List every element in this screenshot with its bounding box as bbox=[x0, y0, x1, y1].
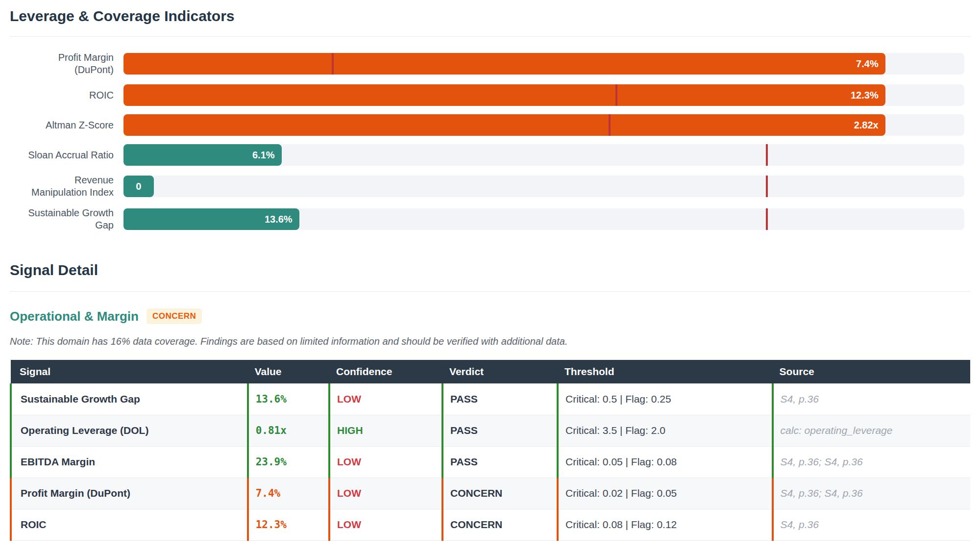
bar-label: Altman Z-Score bbox=[10, 119, 114, 131]
bar-fill: 2.82x bbox=[123, 114, 885, 136]
threshold-tick bbox=[766, 208, 768, 230]
signal-detail-title: Signal Detail bbox=[10, 262, 970, 292]
value-cell: 0.81x bbox=[248, 415, 329, 446]
column-header-verdict: Verdict bbox=[442, 360, 558, 383]
bar-track: 12.3% bbox=[123, 84, 964, 106]
chart-row: Profit Margin (DuPont) 7.4% bbox=[10, 51, 970, 76]
chart-row: Sustainable Growth Gap 13.6% bbox=[10, 207, 970, 231]
signal-cell: Operating Leverage (DOL) bbox=[11, 415, 248, 446]
bar-fill: 6.1% bbox=[123, 144, 282, 166]
threshold-tick bbox=[766, 176, 768, 197]
verdict-cell: CONCERN bbox=[442, 478, 558, 509]
bar-label: Sustainable Growth Gap bbox=[10, 207, 114, 231]
threshold-cell: Critical: 0.5 | Flag: 0.25 bbox=[558, 383, 773, 415]
value-cell: 7.4% bbox=[248, 478, 329, 509]
threshold-cell: Critical: 0.05 | Flag: 0.08 bbox=[558, 446, 773, 478]
column-header-signal: Signal bbox=[11, 360, 248, 383]
table-row: ROIC 12.3% LOW CONCERN Critical: 0.08 | … bbox=[11, 509, 970, 540]
bar-value: 12.3% bbox=[851, 90, 879, 101]
confidence-cell: HIGH bbox=[329, 415, 442, 446]
signal-cell: Sustainable Growth Gap bbox=[11, 383, 248, 415]
leverage-coverage-title: Leverage & Coverage Indicators bbox=[10, 8, 970, 37]
report-page: Leverage & Coverage Indicators Profit Ma… bbox=[0, 8, 980, 541]
source-cell: S4, p.36; S4, p.36 bbox=[773, 478, 970, 509]
domain-heading: Operational & Margin CONCERN bbox=[10, 308, 970, 324]
bar-track: 6.1% bbox=[123, 144, 964, 166]
column-header-source: Source bbox=[773, 360, 970, 383]
source-cell: S4, p.36 bbox=[773, 383, 970, 415]
threshold-tick bbox=[609, 114, 611, 136]
table-row: EBITDA Margin 23.9% LOW PASS Critical: 0… bbox=[11, 446, 970, 478]
threshold-cell: Critical: 3.5 | Flag: 2.0 bbox=[558, 415, 773, 446]
bar-fill: 12.3% bbox=[123, 84, 885, 106]
bar-track: 13.6% bbox=[123, 208, 964, 230]
verdict-cell: PASS bbox=[442, 446, 558, 478]
signal-cell: ROIC bbox=[11, 509, 248, 540]
domain-title: Operational & Margin bbox=[10, 309, 139, 324]
confidence-cell: LOW bbox=[329, 383, 442, 415]
verdict-cell: PASS bbox=[442, 383, 558, 415]
signals-table: Signal Value Confidence Verdict Threshol… bbox=[10, 360, 970, 541]
source-cell: S4, p.36; S4, p.36 bbox=[773, 446, 970, 478]
value-cell: 13.6% bbox=[248, 383, 329, 415]
signal-cell: Profit Margin (DuPont) bbox=[11, 478, 248, 509]
threshold-tick bbox=[615, 84, 617, 106]
chart-row: ROIC 12.3% bbox=[10, 84, 970, 106]
value-cell: 23.9% bbox=[248, 446, 329, 478]
threshold-cell: Critical: 0.08 | Flag: 0.12 bbox=[558, 509, 773, 540]
column-header-value: Value bbox=[248, 360, 329, 383]
confidence-cell: LOW bbox=[329, 446, 442, 478]
column-header-threshold: Threshold bbox=[558, 360, 773, 383]
table-row: Profit Margin (DuPont) 7.4% LOW CONCERN … bbox=[11, 478, 970, 509]
bar-fill: 0 bbox=[123, 176, 154, 197]
bar-value: 6.1% bbox=[252, 150, 275, 161]
bar-label: Sloan Accrual Ratio bbox=[10, 149, 114, 161]
coverage-note: Note: This domain has 16% data coverage.… bbox=[10, 336, 970, 347]
bar-label: Profit Margin (DuPont) bbox=[10, 51, 114, 76]
signal-cell: EBITDA Margin bbox=[11, 446, 248, 478]
threshold-tick bbox=[332, 53, 334, 75]
confidence-cell: LOW bbox=[329, 509, 442, 540]
chart-row: Revenue Manipulation Index 0 bbox=[10, 174, 970, 199]
bar-fill: 7.4% bbox=[123, 53, 885, 75]
concern-badge: CONCERN bbox=[147, 308, 202, 324]
bar-value: 7.4% bbox=[856, 58, 879, 70]
column-header-confidence: Confidence bbox=[329, 360, 442, 383]
value-cell: 12.3% bbox=[248, 509, 329, 540]
bar-value: 2.82x bbox=[854, 120, 879, 131]
bar-track: 7.4% bbox=[123, 53, 964, 75]
bar-fill: 13.6% bbox=[123, 208, 299, 230]
verdict-cell: CONCERN bbox=[442, 509, 558, 540]
source-cell: S4, p.36 bbox=[773, 509, 970, 540]
verdict-cell: PASS bbox=[442, 415, 558, 446]
threshold-cell: Critical: 0.02 | Flag: 0.05 bbox=[558, 478, 773, 509]
bar-label: ROIC bbox=[10, 89, 114, 101]
bar-track: 0 bbox=[123, 176, 964, 197]
source-cell: calc: operating_leverage bbox=[773, 415, 970, 446]
table-row: Sustainable Growth Gap 13.6% LOW PASS Cr… bbox=[11, 383, 970, 415]
table-row: Operating Leverage (DOL) 0.81x HIGH PASS… bbox=[11, 415, 970, 446]
chart-row: Altman Z-Score 2.82x bbox=[10, 114, 970, 136]
bar-track: 2.82x bbox=[123, 114, 964, 136]
confidence-cell: LOW bbox=[329, 478, 442, 509]
bar-label: Revenue Manipulation Index bbox=[10, 174, 114, 199]
bar-value: 0 bbox=[136, 181, 141, 192]
table-header: Signal Value Confidence Verdict Threshol… bbox=[11, 360, 970, 383]
leverage-coverage-bar-chart: Profit Margin (DuPont) 7.4% ROIC 12.3% A… bbox=[10, 51, 970, 231]
bar-value: 13.6% bbox=[265, 214, 293, 225]
chart-row: Sloan Accrual Ratio 6.1% bbox=[10, 144, 970, 166]
threshold-tick bbox=[766, 144, 768, 166]
